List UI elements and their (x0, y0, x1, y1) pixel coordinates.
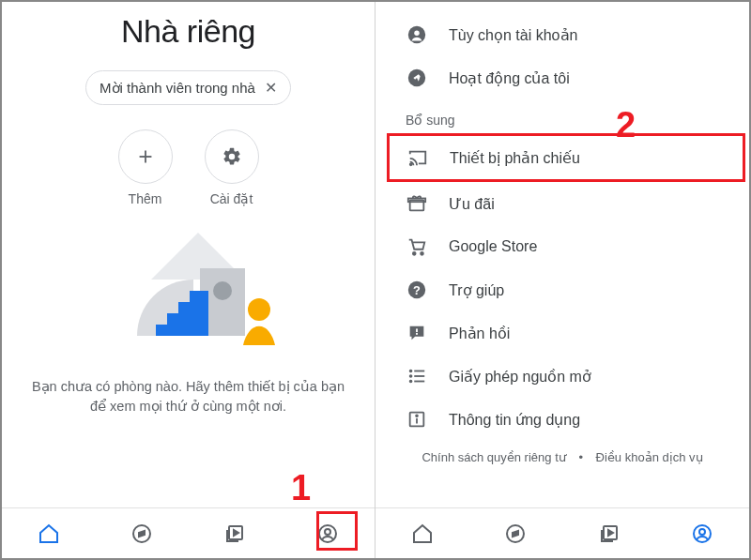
svg-point-33 (410, 375, 412, 377)
menu-label: Thông tin ứng dụng (449, 411, 580, 429)
menu-feedback[interactable]: Phản hồi (376, 311, 749, 355)
menu-label: Giấy phép nguồn mở (449, 368, 591, 386)
menu-licenses[interactable]: Giấy phép nguồn mở (376, 355, 749, 398)
svg-rect-6 (167, 313, 208, 325)
menu-label: Thiết bị phản chiếu (450, 149, 580, 167)
svg-point-24 (421, 252, 423, 255)
compass-icon[interactable] (129, 521, 155, 547)
menu-label: Ưu đãi (449, 195, 495, 213)
menu-help[interactable]: ? Trợ giúp (376, 268, 749, 311)
svg-point-15 (325, 529, 330, 535)
empty-state-text: Bạn chưa có phòng nào. Hãy thêm thiết bị… (2, 364, 375, 416)
compass-icon[interactable] (502, 521, 529, 547)
svg-marker-39 (513, 531, 518, 537)
cast-icon (406, 147, 429, 168)
info-icon (406, 409, 428, 430)
add-button[interactable]: Thêm (118, 129, 173, 206)
bottom-nav-right (376, 507, 749, 558)
gear-icon (205, 129, 259, 184)
svg-marker-11 (139, 531, 145, 537)
cart-icon (406, 236, 428, 257)
section-header: Bổ sung (376, 99, 749, 133)
privacy-link[interactable]: Chính sách quyền riêng tư (421, 450, 565, 464)
account-icon[interactable] (314, 521, 341, 547)
action-row: Thêm Cài đặt (118, 129, 259, 206)
svg-rect-8 (190, 291, 208, 302)
feedback-icon (406, 323, 428, 343)
menu-app-info[interactable]: Thông tin ứng dụng (376, 398, 749, 441)
menu-label: Tùy chọn tài khoản (449, 26, 577, 44)
svg-rect-7 (178, 302, 208, 313)
svg-rect-28 (416, 333, 418, 335)
add-label: Thêm (129, 191, 162, 206)
page-title: Nhà riêng (121, 13, 255, 50)
menu-label: Trợ giúp (449, 281, 504, 299)
settings-label: Cài đặt (210, 191, 253, 206)
svg-rect-5 (156, 325, 208, 336)
menu-account-prefs[interactable]: Tùy chọn tài khoản (376, 13, 749, 56)
svg-point-34 (410, 381, 412, 383)
svg-marker-41 (608, 530, 613, 536)
left-panel: Nhà riêng Mời thành viên trong nhà ✕ Thê… (2, 2, 376, 558)
svg-point-17 (414, 30, 420, 36)
invite-chip[interactable]: Mời thành viên trong nhà ✕ (85, 70, 291, 105)
plus-icon (118, 129, 173, 184)
svg-point-23 (413, 252, 416, 255)
settings-button[interactable]: Cài đặt (205, 129, 259, 206)
list-icon (406, 366, 428, 386)
menu-my-activity[interactable]: Hoạt động của tôi (376, 56, 749, 99)
svg-point-32 (410, 371, 412, 372)
menu-offers[interactable]: Ưu đãi (376, 182, 749, 225)
help-icon: ? (406, 280, 428, 300)
svg-point-4 (213, 281, 232, 300)
menu-google-store[interactable]: Google Store (376, 225, 749, 268)
account-icon[interactable] (689, 521, 715, 547)
activity-icon (406, 68, 428, 88)
media-icon[interactable] (222, 521, 248, 547)
bottom-nav-left (2, 507, 375, 558)
close-icon[interactable]: ✕ (265, 79, 277, 97)
svg-point-43 (699, 529, 705, 535)
terms-link[interactable]: Điều khoản dịch vụ (596, 450, 703, 464)
svg-text:?: ? (413, 283, 421, 297)
home-illustration (85, 223, 292, 364)
menu: Tùy chọn tài khoản Hoạt động của tôi Bổ … (376, 2, 749, 464)
menu-label: Hoạt động của tôi (449, 69, 570, 87)
svg-marker-13 (234, 530, 238, 536)
cast-highlight: Thiết bị phản chiếu (387, 133, 745, 182)
media-icon[interactable] (596, 521, 622, 547)
svg-point-37 (416, 415, 418, 416)
person-icon (406, 24, 428, 45)
right-panel: Tùy chọn tài khoản Hoạt động của tôi Bổ … (376, 2, 749, 558)
offers-icon (406, 193, 428, 214)
menu-label: Google Store (449, 238, 537, 255)
home-icon[interactable] (409, 521, 436, 547)
svg-point-9 (248, 298, 270, 321)
invite-chip-label: Mời thành viên trong nhà (100, 80, 255, 97)
menu-label: Phản hồi (449, 325, 510, 342)
footer-links: Chính sách quyền riêng tư • Điều khoản d… (376, 450, 749, 464)
svg-rect-27 (416, 328, 418, 332)
home-icon[interactable] (36, 521, 62, 547)
svg-point-20 (410, 163, 412, 165)
menu-cast-device[interactable]: Thiết bị phản chiếu (390, 136, 743, 179)
